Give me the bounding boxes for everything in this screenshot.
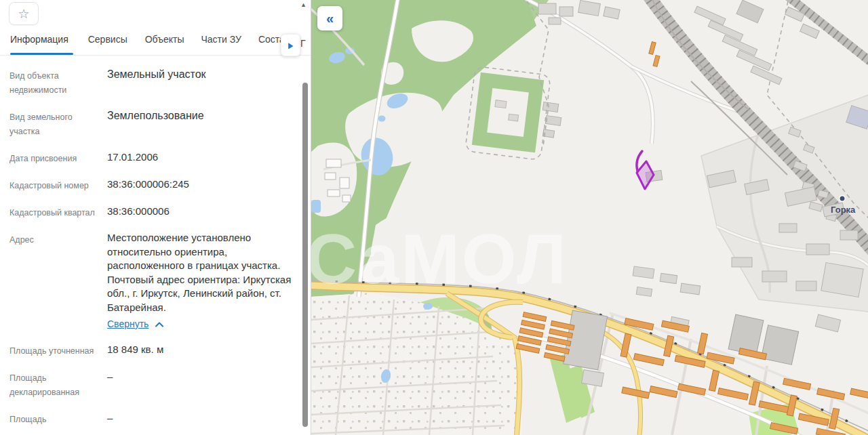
field-label: Адрес	[9, 231, 104, 331]
address-text: Местоположение установлено относительно …	[107, 232, 291, 313]
station-label: Горка	[831, 205, 856, 215]
field-label: Дата присвоения	[9, 150, 104, 166]
field-object-kind: Вид объекта недвижимости Земельный участ…	[9, 67, 294, 98]
field-area: Площадь –	[9, 411, 294, 427]
field-value: Землепользование	[107, 108, 294, 139]
tab-parcel-parts[interactable]: Части ЗУ	[201, 34, 241, 53]
field-area-declared: Площадь декларированная –	[9, 369, 294, 400]
favorite-button[interactable]: ☆	[9, 2, 39, 25]
map-canvas[interactable]: СаМОЛ Горка	[311, 0, 868, 435]
address-collapse-link[interactable]: Свернуть	[107, 317, 163, 331]
scrollbar-up-arrow[interactable]: ▲	[300, 1, 307, 8]
field-cadastral-number: Кадастровый номер 38:36:000006:245	[9, 177, 294, 193]
tab-bar: Информация Сервисы Объекты Части ЗУ Сост…	[0, 31, 311, 56]
active-tab-underline	[10, 53, 73, 55]
info-panel: ☆ Информация Сервисы Объекты Части ЗУ Со…	[0, 0, 311, 435]
field-label: Кадастровый номер	[9, 177, 104, 193]
panel-collapse-button[interactable]: «	[317, 6, 342, 30]
watermark-text: СаМОЛ	[311, 220, 568, 298]
tab-hidden-partial[interactable]: Г	[300, 38, 310, 49]
tab-objects[interactable]: Объекты	[145, 34, 184, 53]
field-label: Вид объекта недвижимости	[9, 67, 104, 98]
field-parcel-kind: Вид земельного участка Землепользование	[9, 108, 294, 139]
scrollbar-thumb[interactable]	[302, 83, 308, 427]
cadastral-map-app: ☆ Информация Сервисы Объекты Части ЗУ Со…	[0, 0, 868, 435]
chevron-right-icon: ▶	[288, 41, 293, 50]
field-area-refined: Площадь уточненная 18 849 кв. м	[9, 342, 294, 358]
tab-services[interactable]: Сервисы	[88, 34, 127, 53]
field-address: Адрес Местоположение установлено относит…	[9, 231, 294, 331]
field-value: 17.01.2006	[107, 150, 294, 166]
double-chevron-left-icon: «	[326, 11, 334, 26]
field-value: 38:36:000006	[107, 204, 294, 220]
map-container[interactable]: «	[311, 0, 868, 435]
field-value: Земельный участок	[107, 67, 294, 98]
tree-ring-compound	[472, 72, 544, 153]
field-value: –	[107, 411, 294, 427]
field-label: Площадь уточненная	[9, 342, 104, 358]
field-value: 18 849 кв. м	[107, 342, 294, 358]
star-icon: ☆	[18, 6, 29, 22]
collapse-link-label: Свернуть	[107, 317, 149, 331]
chevron-up-icon	[155, 317, 163, 331]
field-label: Площадь	[9, 411, 104, 427]
field-value: –	[107, 369, 294, 400]
field-label: Кадастровый квартал	[9, 204, 104, 220]
field-assignment-date: Дата присвоения 17.01.2006	[9, 150, 294, 166]
tab-information[interactable]: Информация	[10, 34, 68, 53]
field-value: Местоположение установлено относительно …	[107, 231, 294, 331]
field-label: Вид земельного участка	[9, 108, 104, 139]
field-cadastral-block: Кадастровый квартал 38:36:000006	[9, 204, 294, 220]
more-tabs-button[interactable]: ▶	[281, 34, 300, 56]
field-list: Вид объекта недвижимости Земельный участ…	[9, 67, 294, 435]
field-value: 38:36:000006:245	[107, 177, 294, 193]
field-label: Площадь декларированная	[9, 369, 104, 400]
